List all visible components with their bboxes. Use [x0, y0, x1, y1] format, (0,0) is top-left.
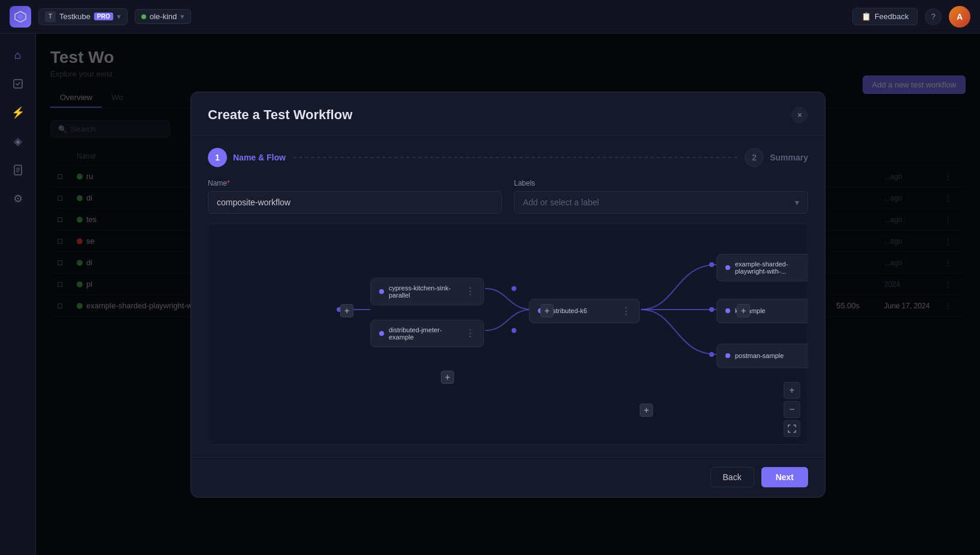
fit-screen-button[interactable] — [784, 420, 800, 437]
zoom-in-button[interactable]: + — [784, 382, 800, 399]
close-button[interactable]: × — [791, 107, 808, 123]
node-dot — [379, 331, 384, 336]
app-logo[interactable] — [10, 6, 31, 28]
labels-placeholder: Add or select a label — [523, 198, 599, 207]
flow-node-playwright[interactable]: example-sharded-playwright-with-... ⋮ — [716, 254, 808, 281]
user-avatar[interactable]: A — [949, 6, 970, 28]
zoom-controls: + − — [784, 382, 800, 437]
flow-node-cypress[interactable]: cypress-kitchen-sink-parallel ⋮ — [370, 278, 484, 305]
sidebar-item-reports[interactable] — [6, 158, 30, 182]
flow-node-jmeter[interactable]: distributed-jmeter-example ⋮ — [370, 320, 484, 347]
svg-marker-1 — [17, 14, 23, 20]
sidebar-item-analytics[interactable]: ◈ — [6, 129, 30, 153]
modal-body: Name* Labels Add or select a label ▾ — [191, 179, 825, 457]
modal-footer: Back Next — [191, 457, 825, 497]
topbar-right: 📋 Feedback ? A — [852, 6, 970, 28]
svg-point-10 — [512, 328, 516, 333]
node-menu-icon[interactable]: ⋮ — [465, 286, 475, 297]
env-status-dot — [141, 14, 146, 19]
project-name: Testkube — [59, 12, 90, 21]
step-1-circle: 1 — [208, 148, 227, 167]
form-row: Name* Labels Add or select a label ▾ — [208, 179, 808, 214]
node-label: distributed-jmeter-example — [389, 326, 461, 341]
svg-point-14 — [709, 352, 714, 357]
flow-node-postman[interactable]: postman-sample ⋮ — [716, 344, 808, 368]
node-dot — [725, 265, 730, 270]
node-label: cypress-kitchen-sink-parallel — [389, 284, 461, 299]
modal-title: Create a Test Workflow — [208, 107, 352, 123]
node-label: postman-sample — [735, 352, 804, 359]
add-node-btn-5[interactable]: + — [737, 304, 750, 317]
sidebar-item-home[interactable]: ⌂ — [6, 43, 30, 67]
svg-point-13 — [709, 307, 714, 312]
sidebar: ⌂ ⚡ ◈ ⚙ — [0, 34, 36, 555]
next-button[interactable]: Next — [761, 467, 808, 487]
close-icon: × — [797, 110, 802, 120]
sidebar-item-tests[interactable] — [6, 72, 30, 96]
project-chevron-icon: ▾ — [117, 12, 121, 21]
name-label: Name* — [208, 179, 502, 187]
labels-field-group: Labels Add or select a label ▾ — [514, 179, 808, 214]
node-dot — [725, 353, 730, 358]
main-layout: ⌂ ⚡ ◈ ⚙ Test Wo Explore your exist Overv… — [0, 34, 980, 555]
project-icon: T — [45, 11, 56, 22]
project-badge: PRO — [94, 13, 113, 20]
node-label: example-sharded-playwright-with-... — [735, 260, 808, 275]
node-dot — [725, 308, 730, 313]
help-icon: ? — [931, 12, 935, 21]
node-menu-icon[interactable]: ⋮ — [465, 327, 475, 339]
step-2-label: Summary — [770, 153, 808, 162]
zoom-out-button[interactable]: − — [784, 401, 800, 418]
required-marker: * — [227, 179, 230, 187]
help-button[interactable]: ? — [925, 8, 942, 25]
sidebar-item-activity[interactable]: ⚡ — [6, 101, 30, 125]
feedback-button[interactable]: 📋 Feedback — [852, 8, 918, 25]
environment-selector[interactable]: ole-kind ▾ — [135, 9, 192, 24]
fit-screen-icon — [788, 424, 796, 433]
node-menu-icon[interactable]: ⋮ — [621, 305, 631, 317]
node-label: distributed-k6 — [548, 307, 616, 314]
step-1: 1 Name & Flow — [208, 148, 286, 167]
step-2: 2 Summary — [745, 148, 808, 167]
feedback-label: Feedback — [875, 12, 909, 21]
name-input[interactable] — [208, 191, 502, 214]
avatar-initials: A — [957, 12, 963, 22]
create-workflow-modal: Create a Test Workflow × 1 Name & Flow 2… — [190, 92, 825, 498]
node-dot — [379, 289, 384, 294]
step-connector — [293, 157, 737, 158]
add-node-btn-2[interactable]: + — [441, 371, 454, 384]
add-node-btn-3[interactable]: + — [540, 304, 553, 317]
flow-node-k6-sample[interactable]: k6-sample ⋮ — [716, 299, 808, 323]
sidebar-item-settings[interactable]: ⚙ — [6, 187, 30, 211]
labels-chevron-icon: ▾ — [795, 198, 799, 207]
svg-point-9 — [512, 286, 516, 291]
stepper: 1 Name & Flow 2 Summary — [191, 136, 825, 179]
add-node-btn-4[interactable]: + — [640, 404, 653, 417]
flow-canvas[interactable]: cypress-kitchen-sink-parallel ⋮ distribu… — [208, 223, 808, 445]
step-1-label: Name & Flow — [233, 153, 286, 162]
modal-header: Create a Test Workflow × — [191, 92, 825, 136]
add-node-btn-1[interactable]: + — [340, 304, 353, 317]
content-area: Test Wo Explore your exist Overview Wo 🔍… — [36, 34, 980, 555]
svg-point-12 — [709, 262, 714, 267]
labels-label: Labels — [514, 179, 808, 187]
name-field-group: Name* — [208, 179, 502, 214]
env-name: ole-kind — [150, 12, 177, 21]
labels-select[interactable]: Add or select a label ▾ — [514, 191, 808, 214]
feedback-icon: 📋 — [861, 12, 871, 21]
topbar: T Testkube PRO ▾ ole-kind ▾ 📋 Feedback ?… — [0, 0, 980, 34]
project-selector[interactable]: T Testkube PRO ▾ — [38, 8, 128, 25]
back-button[interactable]: Back — [710, 467, 754, 487]
env-chevron-icon: ▾ — [180, 12, 184, 21]
step-2-circle: 2 — [745, 148, 764, 167]
